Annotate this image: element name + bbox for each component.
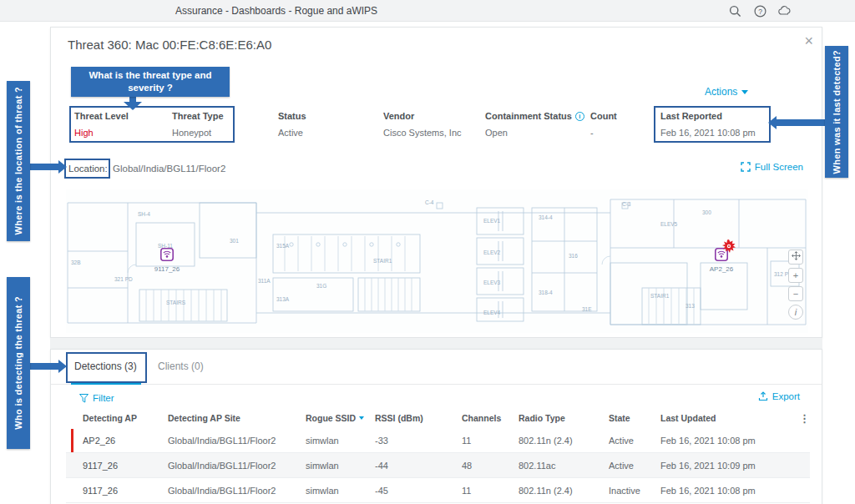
threat-level-value: High bbox=[74, 128, 129, 138]
summary-status: Status Active bbox=[278, 111, 306, 138]
ap-marker-left[interactable]: 9117_26 bbox=[142, 248, 192, 273]
floorplan-room-label: 321 PD bbox=[114, 276, 133, 282]
info-icon[interactable]: i bbox=[575, 112, 584, 121]
summary-last-reported: Last Reported Feb 16, 2021 10:08 pm bbox=[660, 111, 756, 138]
cell-site: Global/India/BGL11/Floor2 bbox=[168, 453, 306, 478]
floorplan-room-label: 301 bbox=[230, 238, 239, 244]
header-detecting-ap[interactable]: Detecting AP bbox=[83, 413, 168, 423]
cell-rssi: -33 bbox=[375, 428, 462, 453]
floorplan-room-label: 300 bbox=[702, 209, 711, 215]
callout-arrowhead-left bbox=[768, 116, 777, 129]
location-label: Location: bbox=[68, 164, 108, 174]
map-info-icon[interactable]: i bbox=[788, 305, 803, 320]
page-title: Threat 360: Mac 00:FE:C8:6E:E6:A0 bbox=[68, 38, 271, 52]
last-reported-value: Feb 16, 2021 10:08 pm bbox=[660, 128, 756, 138]
map-controls: + − i bbox=[788, 249, 803, 320]
top-navigation-bar: Assurance - Dashboards - Rogue and aWIPS… bbox=[0, 0, 855, 22]
header-channels[interactable]: Channels bbox=[462, 413, 519, 423]
floorplan-room-label: 311A bbox=[258, 278, 271, 284]
summary-count: Count - bbox=[590, 111, 617, 138]
access-point-icon bbox=[160, 248, 174, 261]
vendor-value: Cisco Systems, Inc bbox=[383, 128, 462, 138]
header-detecting-ap-site[interactable]: Detecting AP Site bbox=[168, 413, 306, 423]
tab-clients[interactable]: Clients (0) bbox=[158, 360, 204, 372]
section-divider bbox=[50, 338, 822, 349]
floorplan-room-label: ELEV3 bbox=[483, 280, 500, 285]
actions-label: Actions bbox=[705, 86, 737, 98]
count-label: Count bbox=[590, 111, 617, 121]
cloud-icon[interactable] bbox=[778, 4, 792, 18]
floorplan-room-label: 315A bbox=[276, 243, 289, 249]
tab-detections[interactable]: Detections (3) bbox=[74, 360, 137, 372]
ap-label: 9117_26 bbox=[142, 265, 192, 273]
table-header-row: Detecting AP Detecting AP Site Rogue SSI… bbox=[66, 408, 810, 428]
floorplan-room-label: C-3 bbox=[622, 201, 630, 207]
cell-site: Global/India/BGL11/Floor2 bbox=[168, 428, 306, 453]
detections-table: Detecting AP Detecting AP Site Rogue SSI… bbox=[66, 408, 810, 503]
help-icon[interactable]: ? bbox=[753, 4, 766, 18]
callout-arrowhead-right-location bbox=[58, 160, 67, 174]
threat-level-label: Threat Level bbox=[74, 111, 129, 121]
actions-dropdown[interactable]: Actions bbox=[705, 86, 748, 98]
cell-state: Active bbox=[609, 453, 660, 478]
filter-button[interactable]: Filter bbox=[79, 393, 114, 403]
zoom-out-icon[interactable]: − bbox=[788, 286, 803, 301]
threat-type-value: Honeypot bbox=[172, 128, 224, 138]
header-rssi[interactable]: RSSI (dBm) bbox=[375, 413, 462, 423]
floorplan-room-label: STAIR1 bbox=[650, 293, 669, 299]
filter-icon bbox=[79, 394, 89, 403]
active-tab-underline bbox=[71, 382, 141, 385]
cell-state: Inactive bbox=[609, 478, 660, 503]
cell-state: Active bbox=[609, 428, 660, 453]
table-row[interactable]: AP2_26 Global/India/BGL11/Floor2 simwlan… bbox=[66, 428, 810, 453]
zoom-in-icon[interactable]: + bbox=[788, 268, 803, 283]
breadcrumb[interactable]: Assurance - Dashboards - Rogue and aWIPS bbox=[175, 0, 377, 22]
close-icon[interactable]: × bbox=[804, 33, 813, 50]
tabs-row: Detections (3) Clients (0) bbox=[51, 350, 822, 385]
cell-ssid: simwlan bbox=[306, 478, 375, 503]
callout-arrow-right-location bbox=[30, 164, 58, 170]
search-icon[interactable] bbox=[728, 4, 741, 18]
table-row[interactable]: 9117_26 Global/India/BGL11/Floor2 simwla… bbox=[66, 478, 810, 503]
fullscreen-button[interactable]: Full Screen bbox=[741, 162, 803, 172]
floorplan-room-label: SH-4 bbox=[138, 211, 150, 217]
cell-rssi: -44 bbox=[375, 453, 462, 478]
floorplan-room-label: 313 bbox=[686, 303, 695, 309]
callout-arrow-right-detecting bbox=[30, 363, 58, 370]
header-radio-type[interactable]: Radio Type bbox=[519, 413, 609, 423]
last-reported-label: Last Reported bbox=[660, 111, 756, 121]
cell-detecting-ap: AP2_26 bbox=[83, 428, 168, 453]
floorplan-room-label: 313A bbox=[276, 296, 289, 302]
table-menu-icon[interactable]: ⋮ bbox=[796, 412, 810, 425]
callout-location: Where is the location of threat ? bbox=[7, 81, 30, 241]
floorplan-map[interactable]: 32BSH-4SH-11321 PDSTAIRS301311A313A315A3… bbox=[66, 189, 808, 333]
floorplan-room-label: 31E bbox=[582, 306, 592, 312]
cell-detecting-ap: 9117_26 bbox=[83, 453, 168, 478]
ap-marker-right[interactable]: AP2_26 bbox=[696, 248, 746, 273]
status-label: Status bbox=[278, 111, 306, 121]
chevron-down-icon bbox=[741, 90, 748, 94]
summary-threat-level: Threat Level High bbox=[74, 111, 129, 138]
cell-channels: 11 bbox=[462, 478, 519, 503]
pan-icon[interactable] bbox=[788, 249, 803, 265]
table-row[interactable]: 9117_26 Global/India/BGL11/Floor2 simwla… bbox=[66, 453, 810, 478]
floorplan-room-label: 316 bbox=[569, 253, 578, 259]
header-last-updated[interactable]: Last Updated bbox=[660, 413, 796, 423]
floorplan-room-label: 314-4 bbox=[539, 214, 553, 220]
location-value: Global/India/BGL11/Floor2 bbox=[113, 164, 225, 174]
floorplan-room-label: ELEV5 bbox=[660, 221, 677, 227]
floorplan-room-label: ELEV2 bbox=[483, 249, 500, 255]
cell-radio: 802.11ac bbox=[519, 453, 609, 478]
export-button[interactable]: Export bbox=[758, 391, 800, 401]
summary-vendor: Vendor Cisco Systems, Inc bbox=[383, 111, 462, 138]
cell-radio: 802.11n (2.4) bbox=[519, 428, 609, 453]
fullscreen-icon bbox=[741, 162, 751, 172]
floorplan-room-label: ELEV4 bbox=[483, 310, 500, 315]
rogue-threat-icon[interactable] bbox=[722, 239, 736, 253]
header-state[interactable]: State bbox=[609, 413, 660, 423]
threat-type-label: Threat Type bbox=[172, 111, 224, 121]
cell-site: Global/India/BGL11/Floor2 bbox=[168, 478, 306, 503]
floorplan-room-label: STAIRS bbox=[166, 300, 185, 305]
header-rogue-ssid[interactable]: Rogue SSID bbox=[306, 413, 375, 423]
floorplan-room-label: 318-4 bbox=[539, 290, 553, 295]
